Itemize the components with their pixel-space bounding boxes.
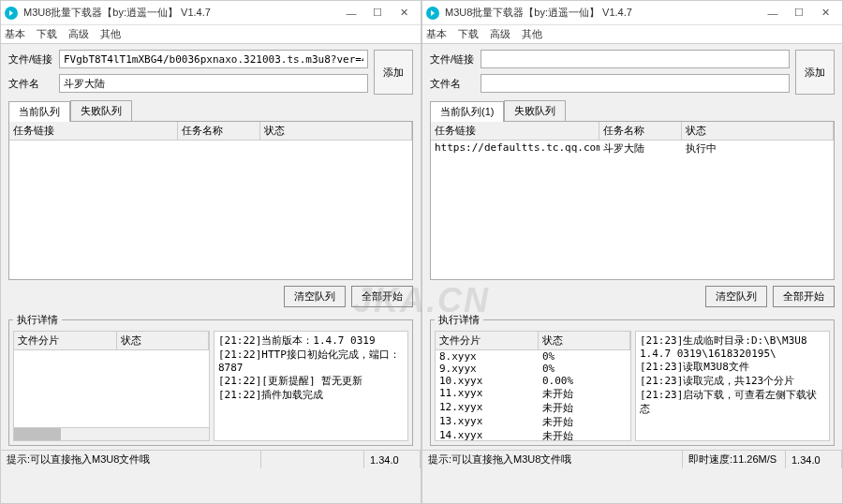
status-speed: 即时速度:11.26M/S (683, 451, 786, 468)
window-left: M3U8批量下载器【by:逍遥一仙】 V1.4.7 — ☐ ✕ 基本 下载 高级… (0, 0, 422, 504)
menu-basic[interactable]: 基本 (426, 27, 447, 41)
list-item[interactable]: 8.xyyx0% (436, 350, 630, 363)
list-item[interactable]: 9.xyyx0% (436, 363, 630, 375)
log-panel: [21:23]生成临时目录:D:\B\M3U8 1.4.7 0319\16183… (635, 331, 830, 441)
clear-queue-button[interactable]: 清空队列 (284, 286, 346, 307)
table-row[interactable]: https://defaultts.tc.qq.com/d...斗罗大陆执行中 (431, 141, 834, 156)
col-link[interactable]: 任务链接 (9, 122, 178, 140)
col-name[interactable]: 任务名称 (178, 122, 260, 140)
detail-fieldset: 执行详情 文件分片 状态 8.xyyx0%9.xyyx0%10.xyyx0.00… (430, 313, 835, 446)
name-label: 文件名 (8, 77, 55, 91)
title: M3U8批量下载器【by:逍遥一仙】 V1.4.7 (445, 6, 760, 20)
menu-other[interactable]: 其他 (100, 27, 121, 41)
col-segment[interactable]: 文件分片 (436, 332, 539, 349)
menubar: 基本 下载 高级 其他 (1, 25, 421, 44)
status-version: 1.34.0 (364, 451, 421, 468)
queue-panel: 任务链接 任务名称 状态 https://defaultts.tc.qq.com… (430, 121, 835, 280)
maximize-button[interactable]: ☐ (786, 3, 812, 23)
statusbar: 提示:可以直接拖入M3U8文件哦 1.34.0 (1, 450, 421, 468)
col-status[interactable]: 状态 (260, 122, 412, 140)
menu-basic[interactable]: 基本 (5, 27, 25, 41)
close-button[interactable]: ✕ (812, 3, 838, 23)
tab-current-queue[interactable]: 当前队列 (8, 101, 70, 122)
status-version: 1.34.0 (786, 451, 842, 468)
titlebar: M3U8批量下载器【by:逍遥一仙】 V1.4.7 — ☐ ✕ (422, 1, 842, 25)
url-input[interactable] (59, 50, 368, 68)
list-item[interactable]: 12.xyyx未开始 (436, 401, 630, 415)
queue-panel: 任务链接 任务名称 状态 (8, 121, 413, 280)
menu-advanced[interactable]: 高级 (490, 27, 510, 41)
window-right: M3U8批量下载器【by:逍遥一仙】 V1.4.7 — ☐ ✕ 基本 下载 高级… (422, 0, 843, 504)
list-item[interactable]: 11.xyyx未开始 (436, 387, 630, 401)
url-input[interactable] (481, 50, 790, 68)
col-name[interactable]: 任务名称 (599, 122, 682, 140)
log-panel: [21:22]当前版本：1.4.7 0319 [21:22]HTTP接口初始化完… (214, 331, 408, 441)
segment-grid: 文件分片 状态 8.xyyx0%9.xyyx0%10.xyyx0.00%11.x… (435, 331, 631, 441)
minimize-button[interactable]: — (760, 3, 786, 23)
titlebar: M3U8批量下载器【by:逍遥一仙】 V1.4.7 — ☐ ✕ (1, 1, 421, 25)
minimize-button[interactable]: — (338, 3, 364, 23)
queue-body: https://defaultts.tc.qq.com/d...斗罗大陆执行中 (431, 141, 834, 279)
col-segment[interactable]: 文件分片 (14, 332, 117, 349)
tab-current-queue[interactable]: 当前队列(1) (430, 101, 504, 122)
list-item[interactable]: 14.xyyx未开始 (436, 429, 630, 440)
name-input[interactable] (481, 74, 790, 93)
statusbar: 提示:可以直接拖入M3U8文件哦 即时速度:11.26M/S 1.34.0 (422, 450, 842, 468)
app-icon (426, 7, 439, 20)
col-seg-status[interactable]: 状态 (117, 332, 209, 349)
menu-advanced[interactable]: 高级 (68, 27, 89, 41)
app-icon (5, 7, 18, 20)
detail-fieldset: 执行详情 文件分片 状态 [21:22]当前版本：1.4.7 0319 [21:… (8, 313, 413, 446)
start-all-button[interactable]: 全部开始 (351, 286, 413, 307)
col-link[interactable]: 任务链接 (431, 122, 599, 140)
status-hint: 提示:可以直接拖入M3U8文件哦 (422, 451, 683, 468)
detail-legend: 执行详情 (435, 313, 483, 327)
segment-body: 8.xyyx0%9.xyyx0%10.xyyx0.00%11.xyyx未开始12… (436, 350, 630, 440)
scrollbar[interactable] (14, 427, 209, 440)
detail-legend: 执行详情 (13, 313, 62, 327)
url-label: 文件/链接 (8, 52, 55, 67)
add-button[interactable]: 添加 (795, 50, 835, 95)
segment-grid: 文件分片 状态 (13, 331, 210, 441)
menu-other[interactable]: 其他 (522, 27, 542, 41)
start-all-button[interactable]: 全部开始 (773, 286, 835, 307)
maximize-button[interactable]: ☐ (364, 3, 391, 23)
clear-queue-button[interactable]: 清空队列 (705, 286, 767, 307)
col-status[interactable]: 状态 (682, 122, 834, 140)
tab-failed-queue[interactable]: 失败队列 (70, 100, 132, 121)
title: M3U8批量下载器【by:逍遥一仙】 V1.4.7 (23, 6, 338, 20)
segment-body (14, 350, 209, 427)
name-label: 文件名 (430, 77, 477, 91)
status-speed (261, 451, 364, 468)
name-input[interactable] (59, 74, 368, 93)
list-item[interactable]: 10.xyyx0.00% (436, 375, 630, 387)
url-label: 文件/链接 (430, 52, 477, 67)
tab-failed-queue[interactable]: 失败队列 (504, 100, 566, 121)
status-hint: 提示:可以直接拖入M3U8文件哦 (1, 451, 261, 468)
add-button[interactable]: 添加 (374, 50, 413, 95)
queue-body (9, 141, 412, 279)
close-button[interactable]: ✕ (391, 3, 417, 23)
menubar: 基本 下载 高级 其他 (422, 25, 842, 44)
col-seg-status[interactable]: 状态 (539, 332, 630, 349)
menu-download[interactable]: 下载 (37, 27, 57, 41)
list-item[interactable]: 13.xyyx未开始 (436, 415, 630, 429)
menu-download[interactable]: 下载 (458, 27, 479, 41)
